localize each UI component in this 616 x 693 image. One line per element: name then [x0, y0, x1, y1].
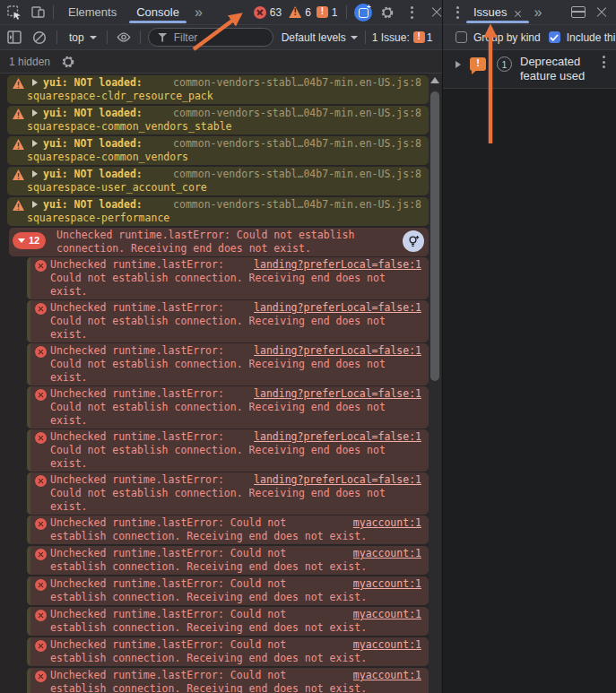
chevron-down-icon — [90, 36, 97, 39]
close-panel-icon[interactable] — [594, 5, 609, 20]
expand-triangle-icon[interactable] — [32, 109, 38, 117]
tab-elements[interactable]: Elements — [68, 0, 117, 24]
source-link[interactable]: landing?preferLocal=false:1 — [254, 258, 421, 272]
filter-input[interactable]: Filter — [148, 28, 273, 47]
source-link[interactable]: common-vendors-stabl…04b7-min.en-US.js:8 — [173, 107, 421, 120]
expand-triangle-icon[interactable] — [32, 140, 38, 147]
expand-triangle-icon[interactable] — [32, 201, 38, 208]
expand-triangle-icon[interactable] — [455, 61, 461, 68]
live-expression-eye-icon[interactable] — [117, 30, 131, 45]
expand-triangle-icon[interactable] — [32, 79, 38, 86]
error-icon — [254, 6, 266, 19]
scrollbar-thumb[interactable] — [430, 91, 439, 381]
devtools-window: Elements Console » 63 6 1 top — [0, 0, 616, 693]
kebab-menu-icon[interactable] — [450, 5, 464, 20]
console-error-group-header[interactable]: 12 Unchecked runtime.lastError: Could no… — [9, 228, 429, 256]
error-count-badge[interactable]: 63 — [254, 6, 282, 19]
filter-funnel-icon — [158, 33, 168, 42]
console-warning-message[interactable]: common-vendors-stabl…04b7-min.en-US.js:8… — [7, 106, 429, 134]
tab-issues[interactable]: Issues — [473, 0, 522, 24]
source-link[interactable]: myaccount:1 — [353, 669, 421, 682]
source-link[interactable]: myaccount:1 — [353, 516, 421, 530]
warning-count-badge[interactable]: 6 — [289, 6, 311, 19]
issues-panel: Issues » Group by kind Include thi 1 Dep… — [443, 0, 616, 693]
console-error-message[interactable]: myaccount:1Unchecked runtime.lastError: … — [27, 607, 429, 636]
ai-insight-lightbulb-button[interactable] — [403, 230, 424, 252]
device-toolbar-icon[interactable] — [30, 5, 45, 20]
source-link[interactable]: myaccount:1 — [353, 547, 421, 560]
console-error-message[interactable]: myaccount:1Unchecked runtime.lastError: … — [27, 637, 429, 666]
source-link[interactable]: common-vendors-stabl…04b7-min.en-US.js:8 — [173, 137, 421, 151]
tab-console[interactable]: Console — [136, 0, 179, 24]
divider — [107, 30, 108, 44]
dock-side-icon[interactable] — [571, 5, 586, 20]
error-icon — [35, 549, 47, 560]
console-warning-message[interactable]: common-vendors-stabl…04b7-min.en-US.js:8… — [7, 136, 429, 165]
error-icon — [35, 518, 47, 530]
source-link[interactable]: common-vendors-stabl…04b7-min.en-US.js:8 — [173, 198, 421, 212]
source-link[interactable]: myaccount:1 — [353, 638, 421, 652]
issue-icon — [317, 6, 328, 18]
console-scrollbar[interactable] — [429, 74, 441, 693]
issue-kebab-menu-icon[interactable] — [596, 55, 611, 69]
warning-icon — [13, 108, 24, 119]
error-icon — [35, 640, 47, 652]
clear-console-icon[interactable] — [32, 30, 47, 45]
console-warning-message[interactable]: common-vendors-stabl…04b7-min.en-US.js:8… — [7, 167, 429, 195]
close-devtools-icon[interactable] — [429, 5, 444, 20]
console-error-message[interactable]: myaccount:1Unchecked runtime.lastError: … — [27, 668, 429, 693]
source-link[interactable]: landing?preferLocal=false:1 — [254, 344, 421, 358]
console-messages-area: common-vendors-stabl…04b7-min.en-US.js:8… — [0, 74, 442, 693]
error-icon — [35, 432, 47, 444]
console-error-message[interactable]: landing?preferLocal=false:1Unchecked run… — [27, 429, 429, 472]
console-error-message[interactable]: myaccount:1Unchecked runtime.lastError: … — [27, 576, 429, 605]
console-sidebar-icon[interactable] — [7, 30, 22, 45]
more-tabs-icon[interactable]: » — [534, 4, 542, 21]
issue-icon — [413, 31, 425, 43]
issue-counter-value: 1 — [427, 31, 433, 44]
console-error-message[interactable]: myaccount:1Unchecked runtime.lastError: … — [27, 546, 429, 575]
devtools-extension-icon[interactable] — [354, 4, 372, 22]
source-link[interactable]: myaccount:1 — [353, 608, 421, 621]
error-group-badge[interactable]: 12 — [13, 232, 46, 249]
source-link[interactable]: landing?preferLocal=false:1 — [254, 473, 421, 487]
console-error-message[interactable]: landing?preferLocal=false:1Unchecked run… — [27, 257, 429, 299]
console-warning-message[interactable]: common-vendors-stabl…04b7-min.en-US.js:8… — [7, 75, 429, 104]
source-link[interactable]: landing?preferLocal=false:1 — [254, 387, 421, 401]
settings-gear-icon[interactable] — [380, 5, 395, 20]
source-link[interactable]: myaccount:1 — [353, 577, 421, 591]
scroll-up-arrow[interactable] — [430, 77, 439, 83]
divider — [140, 30, 141, 44]
include-third-party-checkbox[interactable] — [549, 31, 560, 43]
source-link[interactable]: common-vendors-stabl…04b7-min.en-US.js:8 — [173, 168, 421, 181]
source-link[interactable]: landing?preferLocal=false:1 — [254, 301, 421, 315]
active-tab-underline — [466, 21, 529, 23]
expand-triangle-icon[interactable] — [32, 170, 38, 178]
source-link[interactable]: common-vendors-stabl…04b7-min.en-US.js:8 — [173, 76, 421, 90]
divider — [346, 5, 347, 19]
context-selector[interactable]: top — [69, 31, 84, 44]
console-error-message[interactable]: myaccount:1Unchecked runtime.lastError: … — [27, 515, 429, 544]
close-tab-icon[interactable] — [514, 8, 522, 16]
console-error-message[interactable]: landing?preferLocal=false:1Unchecked run… — [27, 472, 429, 515]
console-settings-gear-icon[interactable] — [61, 55, 75, 69]
group-by-kind-checkbox[interactable] — [455, 31, 467, 43]
console-warning-message[interactable]: common-vendors-stabl…04b7-min.en-US.js:8… — [7, 197, 429, 226]
error-icon — [35, 389, 47, 401]
issue-count-badge[interactable]: 1 — [317, 6, 338, 19]
error-icon — [35, 579, 47, 591]
warning-icon — [13, 139, 24, 150]
issue-counter[interactable]: 1 Issue: — [372, 31, 410, 44]
warning-icon — [289, 6, 301, 18]
more-tabs-icon[interactable]: » — [195, 4, 202, 21]
log-levels-dropdown[interactable]: Default levels — [282, 31, 346, 44]
filter-placeholder: Filter — [174, 31, 198, 44]
include-third-party-label: Include thi — [567, 31, 616, 44]
kebab-menu-icon[interactable] — [405, 5, 420, 20]
console-error-message[interactable]: landing?preferLocal=false:1Unchecked run… — [27, 300, 429, 342]
source-link[interactable]: landing?preferLocal=false:1 — [254, 430, 421, 444]
inspect-element-icon[interactable] — [7, 5, 22, 20]
console-error-message[interactable]: landing?preferLocal=false:1Unchecked run… — [27, 386, 429, 429]
console-error-message[interactable]: landing?preferLocal=false:1Unchecked run… — [27, 343, 429, 385]
issue-row[interactable]: 1 Deprecated feature used — [443, 50, 616, 89]
